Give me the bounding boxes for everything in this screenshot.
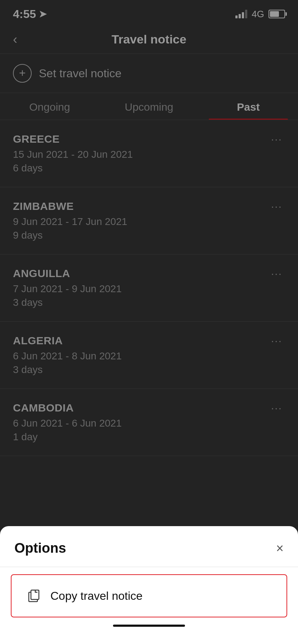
bottom-sheet-title: Options [14,540,66,556]
copy-icon [26,588,42,604]
close-button[interactable]: × [276,542,284,555]
bottom-sheet-header: Options × [0,526,298,567]
bottom-sheet: Options × Copy travel notice [0,526,298,644]
home-indicator [113,625,185,627]
copy-travel-notice-option[interactable]: Copy travel notice [11,574,287,617]
copy-travel-notice-label: Copy travel notice [50,589,143,603]
